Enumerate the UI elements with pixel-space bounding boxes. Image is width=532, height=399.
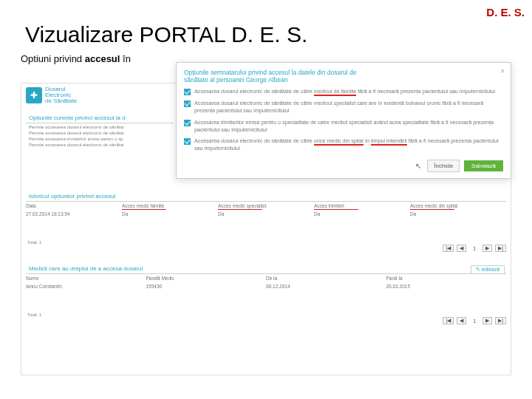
col-referrals: Acces trimiteri — [314, 203, 410, 208]
col-to: Pană la — [386, 276, 507, 281]
pager-first-button[interactable]: |◀ — [443, 245, 454, 252]
cell-val: Da — [122, 211, 218, 216]
subtitle-pre: Optiuni privind — [21, 53, 85, 64]
cell-date: 27.02.2014 18:13:54 — [26, 211, 122, 216]
section-heading-history: Istoricul opțiunilor privind accesul — [26, 191, 506, 202]
pager-next-button[interactable]: ▶ — [482, 245, 492, 252]
checkbox-label: Accesarea trimiterilor emise pentru o sp… — [194, 119, 503, 133]
underline-annotation: timpul internării — [371, 137, 407, 146]
logo-text: Dosarul Electronic de Sănătate — [45, 86, 77, 104]
current-options-section: Opțiunile curente privind accesul la d P… — [26, 109, 174, 149]
edit-button[interactable]: ✎ editează — [471, 265, 505, 274]
access-options-modal: Opțiunile semnatarului privind accesul l… — [176, 62, 511, 179]
modal-footer: ↖ Închide Salvează — [184, 160, 503, 172]
cancel-button[interactable]: Închide — [427, 160, 460, 172]
col-family: Acces medic familie — [122, 203, 218, 208]
checkbox-label: Accesarea dosarul electronic de sănătate… — [194, 88, 495, 95]
pager-page-number: 1 — [469, 245, 480, 252]
cell-val: Da — [410, 211, 506, 216]
table-header-row: Data Acces medic familie Acces medic spe… — [26, 202, 506, 210]
section-heading-current: Opțiunile curente privind accesul la d — [26, 113, 174, 123]
option-line: Permite accesarea dosarul electronic de … — [29, 125, 174, 129]
checkbox-row-hospital[interactable]: Accesarea dosarul electronic de sănătate… — [184, 137, 503, 151]
underline-annotation — [122, 209, 166, 211]
logo-line: de Sănătate — [45, 98, 77, 104]
subtitle-post: în — [120, 53, 130, 64]
cursor-icon: ↖ — [415, 162, 421, 170]
checkbox-row-family-doctor[interactable]: Accesarea dosarul electronic de sănătate… — [184, 88, 503, 95]
checkbox-label: Accesarea dosarul electronic de sănătate… — [194, 100, 503, 114]
cell-name: Iancu Constantin — [26, 284, 146, 289]
header-brand: D. E. S. — [486, 6, 525, 18]
cell-to: 20.02.2015 — [386, 284, 507, 289]
checkbox-row-specialist[interactable]: Accesarea dosarul electronic de sănătate… — [184, 100, 503, 114]
pager-last-button[interactable]: ▶| — [495, 317, 506, 324]
pager-prev-button[interactable]: ◀ — [457, 245, 466, 252]
cell-from: 08.12.2014 — [266, 284, 386, 289]
pager-first-button[interactable]: |◀ — [443, 317, 454, 324]
underline-annotation — [314, 209, 358, 211]
option-line: Permite accesarea dosarul electronic de … — [29, 131, 174, 135]
underline-annotation: orice medic din spital — [314, 137, 364, 146]
history-section: Istoricul opțiunilor privind accesul Dat… — [26, 187, 506, 252]
col-specialist: Acces medic specialist — [218, 203, 314, 208]
history-pager: |◀ ◀ 1 ▶ ▶| — [26, 245, 506, 252]
checkbox-icon[interactable] — [184, 120, 191, 126]
underline-annotation — [410, 209, 454, 211]
option-line: Permite accesarea dosarul electronic de … — [29, 143, 174, 147]
col-stamp: Parafă Medic — [146, 276, 267, 281]
app-logo: ✚ Dosarul Electronic de Sănătate — [26, 86, 77, 104]
col-date: Data — [26, 203, 122, 208]
option-line: Permite accesarea trimiterilor emise pen… — [29, 137, 174, 141]
doctors-title: Medicii care au dreptul de a accesa dosa… — [29, 265, 143, 272]
checkbox-icon[interactable] — [184, 100, 191, 107]
pager-prev-button[interactable]: ◀ — [457, 317, 466, 324]
save-button[interactable]: Salvează — [464, 160, 503, 171]
cell-val: Da — [218, 211, 314, 216]
doctors-section: Medicii care au dreptul de a accesa dosa… — [26, 259, 506, 324]
folder-medical-icon: ✚ — [26, 87, 42, 103]
section-heading-doctors: Medicii care au dreptul de a accesa dosa… — [26, 264, 506, 274]
checkbox-label: Accesarea dosarul electronic de sănătate… — [194, 137, 503, 151]
col-name: Nume — [26, 276, 146, 281]
table-header-row: Nume Parafă Medic De la Pană la — [26, 274, 506, 282]
checkbox-row-referrals[interactable]: Accesarea trimiterilor emise pentru o sp… — [184, 119, 503, 133]
page-title: Vizualizare PORTAL D. E. S. — [25, 22, 532, 47]
table-row: 27.02.2014 18:13:54 Da Da Da Da — [26, 210, 506, 218]
modal-title: Opțiunile semnatarului privind accesul l… — [184, 69, 376, 83]
pager-page-number: 1 — [469, 318, 480, 324]
col-from: De la — [266, 276, 386, 281]
col-hospital: Acces medic din spital — [410, 203, 506, 208]
checkbox-icon[interactable] — [184, 89, 191, 95]
close-icon[interactable]: × — [500, 67, 505, 75]
underline-annotation — [218, 209, 262, 211]
checkbox-icon[interactable] — [184, 138, 191, 145]
pager-next-button[interactable]: ▶ — [482, 317, 492, 324]
cell-val: Da — [314, 211, 410, 216]
cell-stamp: 155430 — [146, 284, 267, 289]
doctors-pager: |◀ ◀ 1 ▶ ▶| — [26, 317, 506, 324]
underline-annotation: medicul de familie — [314, 88, 357, 96]
pager-last-button[interactable]: ▶| — [495, 245, 506, 252]
table-row: Iancu Constantin 155430 08.12.2014 20.02… — [26, 282, 506, 290]
subtitle-bold: accesul — [85, 53, 120, 64]
